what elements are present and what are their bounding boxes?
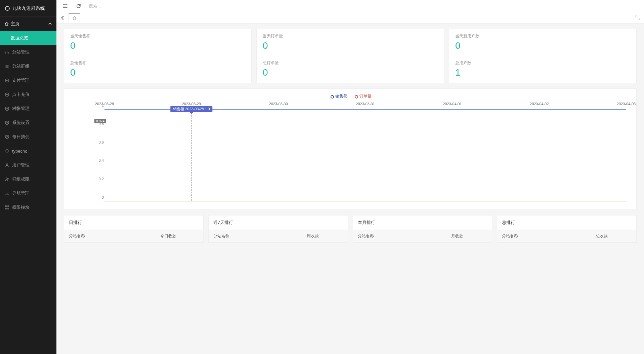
y-axis-tick: 0 [102,195,104,199]
legend-marker-icon [353,96,358,97]
shield-check-icon [5,92,9,97]
sidebar-item-1[interactable]: 分站管理 [0,45,56,59]
sidebar-item-2[interactable]: 分站群组 [0,59,56,73]
rankings-row: 日排行分站名称今日收款近7天排行分站名称周收款本月排行分站名称月收款总排行分站名… [64,215,637,243]
sidebar-item-label: 权限模块 [12,204,30,210]
topbar [56,0,644,12]
home-icon [72,16,76,20]
rank-col-site: 分站名称 [209,230,278,242]
search-input[interactable] [86,3,641,8]
rank-card-2: 本月排行分站名称月收款 [353,215,492,243]
tabs-bar [56,12,644,24]
stat-cell: 总用户数1 [449,56,636,83]
sidebar-item-label: 系统设置 [12,120,30,126]
legend-sales-label: 销售额 [335,93,347,99]
user-icon [5,163,9,167]
stat-label: 当天销售额 [70,33,245,39]
rank-title: 近7天排行 [209,215,348,230]
x-axis-tick: 2023-03-30 [269,102,288,106]
nav-list: 数据总览分站管理分站群组支付管理点卡充值对帐管理系统设置每日抽佣typecho用… [0,31,56,214]
rank-col-site: 分站名称 [353,230,423,242]
stat-card-1: 当天订单量0总订单量0 [256,29,444,83]
y-axis-tick: 0.2 [99,177,104,181]
chart-series-orders [104,201,626,201]
stat-cell: 当天销售额0 [64,29,251,56]
rank-col-amount: 周收款 [278,230,348,242]
bar-chart-icon [5,50,9,54]
x-axis-tick: 2023-04-03 [617,102,636,106]
svg-rect-5 [5,206,6,207]
svg-rect-7 [5,208,6,209]
x-axis-tick: 2023-03-31 [356,102,375,106]
chart-legend: 销售额 订单量 [68,93,633,99]
tabs-scroll-left-button[interactable] [58,13,68,23]
sidebar-item-label: 对帐管理 [12,106,30,112]
expand-icon[interactable] [635,15,644,20]
brand-title: 九块九进群系统 [12,5,45,11]
gauge-icon [5,191,9,196]
rank-title: 本月排行 [353,215,492,230]
nav-group-label: 主页 [11,21,19,27]
sidebar-item-0[interactable]: 数据总览 [0,31,56,45]
rank-title: 日排行 [64,215,203,230]
sidebar-item-8[interactable]: typecho [0,144,56,158]
stat-cell: 总订单量0 [257,56,444,83]
stats-row: 当天销售额0总销售额0当天订单量0总订单量0当天新用户数0总用户数1 [64,29,637,83]
chart-crosshair [191,110,192,201]
stat-cell: 当天订单量0 [257,29,444,56]
rank-header: 分站名称总收款 [497,230,636,243]
rank-header: 分站名称月收款 [353,230,492,243]
y-axis-tick: 1 [102,103,104,107]
rank-col-site: 分站名称 [497,230,567,242]
rank-col-amount: 月收款 [422,230,492,242]
sidebar-item-9[interactable]: 用户管理 [0,158,56,172]
rank-card-0: 日排行分站名称今日收款 [64,215,204,243]
refresh-button[interactable] [73,0,85,12]
tab-home[interactable] [69,13,80,23]
sidebar-item-5[interactable]: 对帐管理 [0,102,56,116]
menu-toggle-button[interactable] [59,0,71,12]
chart-plot-area[interactable]: 2023-03-282023-03-292023-03-302023-03-31… [71,102,630,203]
sidebar-item-11[interactable]: 导航管理 [0,186,56,200]
stat-card-2: 当天新用户数0总用户数1 [449,29,637,83]
stat-card-0: 当天销售额0总销售额0 [64,29,252,83]
chart-guide-label: 0.874 [94,119,106,123]
sidebar-item-10[interactable]: 群组权限 [0,172,56,186]
stat-label: 当天新用户数 [455,33,630,39]
sidebar-item-label: 支付管理 [12,77,30,83]
content: 当天销售额0总销售额0当天订单量0总订单量0当天新用户数0总用户数1 销售额 订… [56,24,644,354]
spinner-icon [5,149,9,153]
sidebar-item-4[interactable]: 点卡充值 [0,87,56,102]
svg-point-2 [6,164,8,165]
sidebar-item-label: 点卡充值 [12,91,30,97]
rank-card-1: 近7天排行分站名称周收款 [208,215,348,243]
legend-sales[interactable]: 销售额 [329,93,347,99]
sidebar-item-label: 群组权限 [12,176,30,182]
sidebar-item-7[interactable]: 每日抽佣 [0,130,56,144]
x-axis-tick: 2023-04-01 [443,102,462,106]
stat-value: 1 [455,67,630,78]
shield-check-icon [5,134,9,139]
sidebar-item-6[interactable]: 系统设置 [0,116,56,130]
rank-col-amount: 今日收款 [134,230,203,242]
home-icon [5,22,9,26]
x-axis-tick: 2023-03-28 [95,102,114,106]
rank-card-3: 总排行分站名称总收款 [497,215,637,243]
sidebar-item-3[interactable]: 支付管理 [0,73,56,87]
grid-icon [5,205,9,210]
chevron-up-icon [48,22,52,26]
svg-rect-8 [8,208,9,209]
stat-value: 0 [70,67,245,78]
stat-value: 0 [455,40,630,51]
nav-group-home[interactable]: 主页 [0,17,56,31]
sidebar-item-label: 分站群组 [12,63,30,69]
sidebar-item-12[interactable]: 权限模块 [0,200,56,214]
svg-point-1 [6,150,8,152]
legend-orders[interactable]: 订单量 [353,93,372,99]
stat-value: 0 [263,67,438,78]
sidebar-item-label: 导航管理 [12,190,30,196]
stat-value: 0 [263,40,438,51]
chart-guide-line: 0.874 [104,121,626,121]
brand: 九块九进群系统 [0,0,56,17]
sidebar: 九块九进群系统 主页 数据总览分站管理分站群组支付管理点卡充值对帐管理系统设置每… [0,0,56,354]
